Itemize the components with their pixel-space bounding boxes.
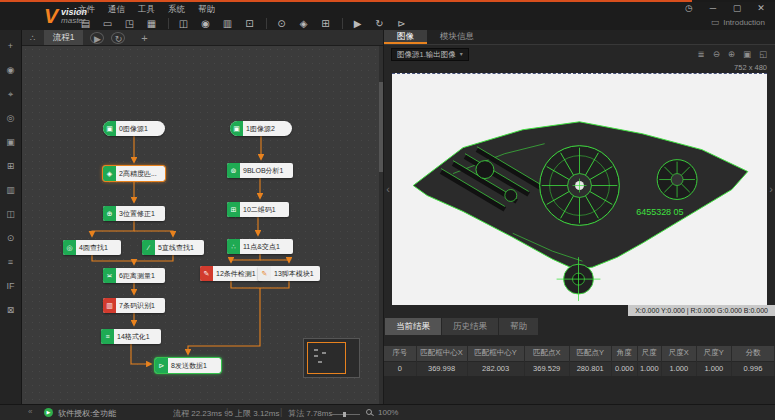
flow-time: 流程 22.23ms 95 <box>173 408 233 419</box>
flow-node-0[interactable]: ▣0图像源1 <box>103 121 165 136</box>
flow-node-3[interactable]: ⊕3位置修正1 <box>103 206 165 221</box>
pixel-coords-readout: X:0.000 Y:0.000 | R:0.000 G:0.000 B:0.00… <box>628 305 775 316</box>
image-result-panel: 图像模块信息 图像源1.输出图像 ▾ ≣⊖⊕▣◱ 752 x 480 ‹ <box>384 30 775 404</box>
result-table-wrap: 序号匹配框中心X匹配框中心Y匹配点X匹配点Y角度尺度尺度X尺度Y分数 0369.… <box>384 346 775 376</box>
save-icon[interactable]: ▤ <box>78 18 93 29</box>
flow-node-4[interactable]: ◎4圆查找1 <box>63 240 121 255</box>
tab-image[interactable]: 图像 <box>384 30 427 44</box>
minimize-icon[interactable]: ─ <box>707 3 719 14</box>
open-solution-icon[interactable]: ▭ <box>100 18 115 29</box>
flow-node-10[interactable]: ⊞10二维码1 <box>227 202 289 217</box>
script-icon[interactable]: ≡ <box>4 256 18 269</box>
color-tool-icon[interactable]: ⊙ <box>4 232 18 245</box>
scale-1-1-icon[interactable]: ▣ <box>743 49 751 59</box>
menu-item[interactable]: 通信 <box>108 3 125 15</box>
if-logic-icon[interactable]: IF <box>4 280 18 293</box>
flow-node-13[interactable]: ✎13脚本模块1 <box>258 266 320 281</box>
prev-image-arrow[interactable]: ‹ <box>384 73 392 305</box>
match-icon[interactable]: ▣ <box>4 136 18 149</box>
slider-thumb[interactable] <box>343 412 346 417</box>
node-label: 11点&交点1 <box>240 239 283 254</box>
run-once-icon[interactable]: ▶ <box>350 18 365 29</box>
close-icon[interactable]: ✕ <box>755 3 767 14</box>
result-col-header: 尺度X <box>661 346 696 361</box>
display-icon[interactable]: ⊡ <box>242 18 257 29</box>
result-cell: 282.003 <box>467 361 524 376</box>
introduction-icon: ▭ <box>711 17 720 27</box>
add-module-icon[interactable]: + <box>4 40 18 53</box>
menu-item[interactable]: 工具 <box>138 3 155 15</box>
flow-node-5[interactable]: ∕5直线查找1 <box>142 240 204 255</box>
minimap-viewport[interactable] <box>307 342 346 374</box>
scrollbar-thumb[interactable] <box>379 82 383 172</box>
node-type-icon: ✎ <box>200 266 213 281</box>
image-stage[interactable]: 6455328 05 <box>392 73 767 305</box>
tab-module-info[interactable]: 模块信息 <box>427 30 487 44</box>
tool-icon[interactable]: ⊠ <box>4 304 18 317</box>
app-window: V vision master 文件通信工具系统帮助 ◷─▢✕ ▤▭◳▦◫◉▥⊡… <box>0 0 775 420</box>
tag-icon[interactable]: ⊙ <box>274 18 289 29</box>
fullscreen-icon[interactable]: ◱ <box>759 49 767 59</box>
minimap[interactable] <box>303 338 360 378</box>
flow-node-7[interactable]: ▥7条码识别1 <box>103 298 165 313</box>
flow-node-1[interactable]: ▣1图像源2 <box>230 121 292 136</box>
flow-node-8[interactable]: ⊳8发送数据1 <box>155 358 221 373</box>
about-icon[interactable]: ◷ <box>683 3 695 14</box>
fit-view-icon[interactable]: ≣ <box>698 49 705 59</box>
camera-icon[interactable]: ◉ <box>198 18 213 29</box>
result-tab-1[interactable]: 历史结果 <box>442 318 498 335</box>
communication-icon[interactable]: ◈ <box>296 18 311 29</box>
flow-node-12[interactable]: ✎12条件检测1 <box>200 266 262 281</box>
window-layout-icon[interactable]: ◫ <box>176 18 191 29</box>
camera-source-icon[interactable]: ◉ <box>4 64 18 77</box>
result-tab-0[interactable]: 当前结果 <box>385 318 441 335</box>
result-tab-2[interactable]: 帮助 <box>499 318 538 335</box>
result-cell: 369.998 <box>416 361 467 376</box>
flow-canvas[interactable]: ▣0图像源1▣1图像源2◈2高精度匹...⊕3位置修正1◎4圆查找1∕5直线查找… <box>22 46 383 404</box>
flow-structure-icon[interactable]: ∴ <box>30 33 36 43</box>
find-circle-icon[interactable]: ◎ <box>4 112 18 125</box>
gallery-icon[interactable]: ⊞ <box>318 18 333 29</box>
canvas-zoom-slider[interactable] <box>330 414 360 415</box>
menu-item[interactable]: 帮助 <box>198 3 215 15</box>
restore-icon[interactable]: ▢ <box>731 3 743 14</box>
image-process-icon[interactable]: ◫ <box>4 208 18 221</box>
result-col-header: 分数 <box>731 346 774 361</box>
measure-icon[interactable]: ⊞ <box>4 160 18 173</box>
image-source-icon[interactable]: ▦ <box>144 18 159 29</box>
run-continuous-icon[interactable]: ↻ <box>372 18 387 29</box>
flow-node-9[interactable]: ⊚9BLOB分析1 <box>227 163 293 178</box>
result-col-header: 匹配点X <box>524 346 569 361</box>
locate-icon[interactable]: ⌖ <box>4 88 18 101</box>
match-template-icon[interactable]: ▥ <box>220 18 235 29</box>
result-row[interactable]: 0369.998282.003369.529280.8010.0001.0001… <box>384 361 775 376</box>
menu-item[interactable]: 系统 <box>168 3 185 15</box>
flow-node-14[interactable]: ≡14格式化1 <box>101 329 161 344</box>
export-image-icon[interactable]: ◳ <box>122 18 137 29</box>
inspected-part-image: 6455328 05 <box>392 74 767 305</box>
loop-flow-icon[interactable]: ↻ <box>111 32 125 44</box>
barcode-icon[interactable]: ▥ <box>4 184 18 197</box>
image-source-chip[interactable]: 图像源1.输出图像 ▾ <box>391 48 469 61</box>
next-image-arrow[interactable]: › <box>767 73 775 305</box>
add-flow-button[interactable]: + <box>137 32 151 44</box>
zoom-out-icon[interactable]: ⊖ <box>713 49 720 59</box>
view-tabs: 图像模块信息 <box>384 30 775 45</box>
magnifier-icon <box>366 409 372 415</box>
status-bar: « ▶ 软件授权:全功能 流程 22.23ms 95 | 上限 3.12ms |… <box>0 404 775 420</box>
menu-item[interactable]: 文件 <box>78 3 95 15</box>
node-label: 8发送数据1 <box>168 358 210 373</box>
flow-node-6[interactable]: ≍6距离测量1 <box>103 268 165 283</box>
run-panel-icon[interactable]: ⊳ <box>394 18 409 29</box>
logo-v-icon: V <box>44 3 58 29</box>
zoom-in-icon[interactable]: ⊕ <box>728 49 735 59</box>
flow-scrollbar[interactable] <box>379 46 383 404</box>
flow-node-11[interactable]: ∴11点&交点1 <box>227 239 293 254</box>
toolbar-separator <box>266 18 267 29</box>
flow-tab[interactable]: 流程1 <box>44 30 84 45</box>
flow-node-2[interactable]: ◈2高精度匹... <box>103 166 165 181</box>
result-col-header: 匹配框中心X <box>416 346 467 361</box>
run-flow-icon[interactable]: ▶ <box>90 32 104 44</box>
user-box[interactable]: ▭ Introduction <box>711 17 765 27</box>
grip-icon[interactable]: « <box>28 407 32 416</box>
